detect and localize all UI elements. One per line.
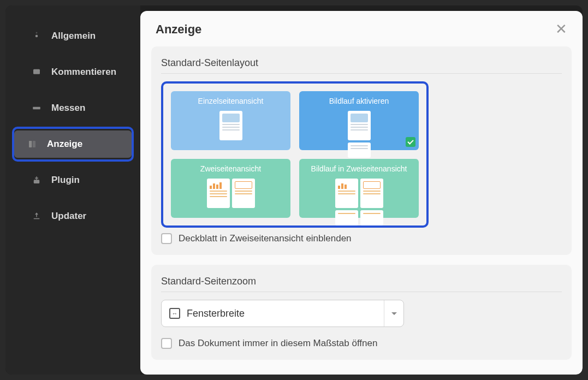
sidebar: Allgemein Kommentieren Messen Anzeige [5, 5, 140, 375]
sidebar-item-label: Messen [51, 103, 85, 114]
zoom-select[interactable]: ↔ Fensterbreite [161, 300, 404, 327]
section-title: Standard-Seitenzoom [161, 276, 562, 287]
sidebar-item-anzeige[interactable]: Anzeige [12, 127, 134, 162]
layout-preview-icon [219, 111, 242, 140]
content-body: Standard-Seitenlayout Einzelseitenansich… [140, 40, 583, 375]
checkbox[interactable] [161, 338, 172, 349]
sidebar-item-label: Updater [51, 211, 86, 222]
updater-icon [31, 210, 43, 222]
sidebar-item-messen[interactable]: Messen [10, 91, 136, 126]
zoom-select-value: Fensterbreite [187, 308, 245, 319]
sidebar-item-label: Anzeige [47, 139, 82, 150]
cover-page-checkbox-row[interactable]: Deckblatt in Zweiseitenansicht einblende… [161, 233, 562, 244]
plugin-icon [31, 174, 43, 186]
sidebar-item-kommentieren[interactable]: Kommentieren [10, 55, 136, 90]
layout-option-label: Bildlauf aktivieren [329, 97, 389, 105]
display-icon [26, 138, 38, 150]
sidebar-item-label: Allgemein [51, 31, 96, 41]
layout-options-highlight: Einzelseitenansicht Bildlauf aktivieren [161, 81, 429, 228]
svg-point-0 [35, 35, 38, 38]
layout-option-label: Zweiseitenansicht [200, 164, 261, 173]
divider [161, 292, 562, 292]
layout-option-two-page-scroll[interactable]: Bildlauf in Zweiseitenansicht [299, 159, 419, 218]
checkbox-label: Deckblatt in Zweiseitenansicht einblende… [179, 233, 352, 244]
svg-rect-4 [33, 141, 35, 147]
settings-window: Allgemein Kommentieren Messen Anzeige [5, 5, 583, 375]
svg-rect-1 [33, 69, 40, 74]
svg-rect-3 [29, 141, 32, 147]
fit-width-icon: ↔ [169, 308, 180, 319]
close-icon[interactable]: ✕ [555, 21, 567, 38]
content-header: Anzeige ✕ [140, 11, 583, 40]
sidebar-item-label: Kommentieren [51, 67, 116, 78]
measure-icon [31, 102, 43, 114]
sidebar-item-allgemein[interactable]: Allgemein [10, 19, 136, 54]
checkbox-label: Das Dokument immer in diesem Maßstab öff… [179, 338, 377, 349]
always-open-zoom-checkbox-row[interactable]: Das Dokument immer in diesem Maßstab öff… [161, 338, 562, 349]
page-title: Anzeige [156, 22, 201, 37]
layout-option-scroll[interactable]: Bildlauf aktivieren [299, 91, 419, 150]
gear-icon [31, 30, 43, 42]
section-page-layout: Standard-Seitenlayout Einzelseitenansich… [151, 46, 572, 255]
check-icon [406, 137, 415, 147]
layout-option-label: Einzelseitenansicht [198, 97, 264, 105]
section-title: Standard-Seitenlayout [161, 57, 562, 69]
sidebar-item-plugin[interactable]: Plugin [10, 163, 136, 198]
comment-icon [31, 66, 43, 78]
layout-preview-icon [207, 179, 255, 208]
content-panel: Anzeige ✕ Standard-Seitenlayout Einzelse… [140, 11, 583, 375]
svg-rect-2 [33, 107, 40, 110]
layout-preview-icon [335, 179, 383, 225]
layout-option-single[interactable]: Einzelseitenansicht [171, 91, 290, 150]
svg-rect-5 [34, 180, 40, 183]
sidebar-item-label: Plugin [51, 175, 80, 186]
sidebar-item-updater[interactable]: Updater [10, 199, 136, 234]
divider [161, 73, 562, 74]
section-page-zoom: Standard-Seitenzoom ↔ Fensterbreite Das … [151, 265, 572, 360]
layout-preview-icon [348, 111, 371, 158]
layout-option-label: Bildlauf in Zweiseitenansicht [311, 164, 407, 173]
chevron-down-icon[interactable] [384, 300, 403, 326]
layout-option-two-page[interactable]: Zweiseitenansicht [171, 159, 290, 218]
layout-options-grid: Einzelseitenansicht Bildlauf aktivieren [171, 91, 419, 218]
checkbox[interactable] [161, 233, 172, 244]
